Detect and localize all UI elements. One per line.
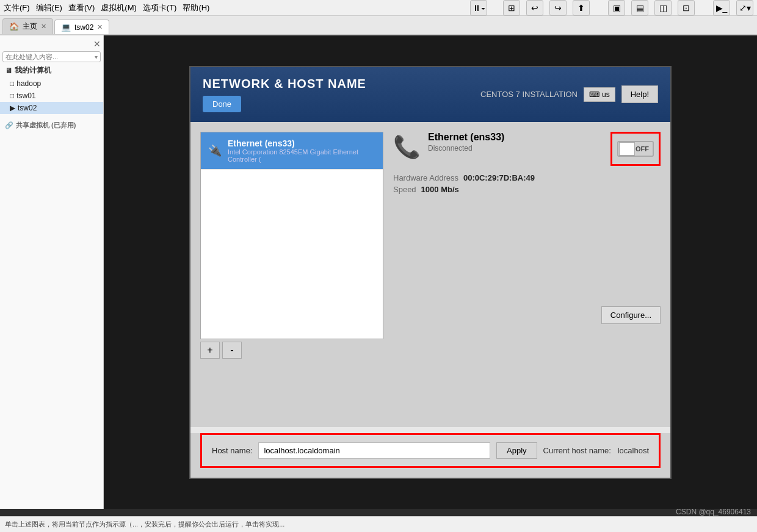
sidebar-item-tsw02[interactable]: ▶ tsw02 (0, 102, 103, 114)
sidebar-search-box[interactable]: ▾ (2, 51, 101, 62)
network-item-info: Ethernet (ens33) Intel Corporation 82545… (228, 138, 375, 163)
toggle-box: OFF (610, 132, 661, 166)
tab-tsw02[interactable]: 💻 tsw02 ✕ (54, 20, 109, 34)
sidebar: ✕ ▾ 🖥 我的计算机 □ hadoop □ tsw01 ▶ tsw02 🔗 共… (0, 35, 104, 509)
tsw01-icon: □ (10, 92, 14, 100)
add-network-button[interactable]: + (200, 342, 220, 359)
sidebar-item-hadoop[interactable]: □ hadoop (0, 77, 103, 90)
fwd-button[interactable]: ↪ (549, 0, 567, 16)
sidebar-tsw01-label: tsw01 (16, 92, 35, 100)
current-hostname-value: localhost (618, 446, 649, 455)
sidebar-tsw02-label: tsw02 (18, 104, 37, 112)
hostname-label: Host name: (212, 446, 252, 455)
shared-label-text: 共享虚拟机 (已弃用) (16, 121, 76, 130)
network-item-icon: 🔌 (208, 144, 222, 157)
sidebar-close-button[interactable]: ✕ (93, 39, 101, 49)
hardware-address-value: 00:0C:29:7D:BA:49 (463, 173, 535, 182)
sidebar-shared-label: 🔗 共享虚拟机 (已弃用) (0, 119, 103, 132)
keyboard-lang: us (602, 90, 610, 99)
vm-window: NETWORK & HOST NAME Done CENTOS 7 INSTAL… (189, 66, 672, 479)
menu-tab[interactable]: 选项卡(T) (143, 2, 177, 13)
bottom-bar-text: 单击上述图表，将用当前节点作为指示源（...，安装完后，提醒你公会出后运行，单击… (5, 520, 752, 529)
speed-label: Speed (393, 185, 416, 194)
current-hostname-area: Current host name: localhost (543, 446, 649, 455)
network-list-controls: + - (200, 342, 383, 359)
vm-network-title: NETWORK & HOST NAME (203, 77, 366, 91)
back-button[interactable]: ↩ (526, 0, 543, 16)
layout2-button[interactable]: ▤ (631, 0, 648, 16)
screen-button[interactable]: ⊞ (503, 0, 520, 16)
upload-button[interactable]: ⬆ (573, 0, 590, 16)
menu-help[interactable]: 帮助(H) (183, 2, 209, 13)
hostname-input[interactable] (258, 442, 490, 459)
done-button[interactable]: Done (203, 96, 241, 112)
terminal-button[interactable]: ▶_ (713, 0, 730, 16)
detail-top-row: 📞 Ethernet (ens33) Disconnected OFF (393, 132, 661, 166)
menu-vm[interactable]: 虚拟机(M) (101, 2, 137, 13)
menu-file[interactable]: 文件(F) (4, 2, 30, 13)
toggle-thumb (619, 142, 635, 156)
hostname-section: Host name: Apply Current host name: loca… (200, 433, 661, 468)
tab-home[interactable]: 🏠 主页 ✕ (2, 18, 53, 34)
apply-button[interactable]: Apply (496, 442, 537, 459)
menu-view[interactable]: 查看(V) (68, 2, 95, 13)
configure-button[interactable]: Configure... (601, 306, 661, 324)
speed-row: Speed 1000 Mb/s (393, 185, 661, 194)
tab-tsw02-label: tsw02 (74, 23, 93, 32)
ethernet-icon: 📞 (393, 134, 421, 160)
my-computer-icon: 🖥 (5, 66, 12, 75)
vm-body: 🔌 Ethernet (ens33) Intel Corporation 825… (190, 122, 670, 427)
layout3-button[interactable]: ◫ (654, 0, 672, 16)
ethernet-detail-name: Ethernet (ens33) (428, 132, 504, 143)
vm-header-left: NETWORK & HOST NAME Done (203, 77, 366, 112)
content-area: NETWORK & HOST NAME Done CENTOS 7 INSTAL… (104, 35, 757, 509)
keyboard-button[interactable]: ⌨ us (584, 87, 615, 102)
ethernet-info: Hardware Address 00:0C:29:7D:BA:49 Speed… (393, 173, 661, 194)
shared-icon: 🔗 (5, 121, 13, 129)
keyboard-icon: ⌨ (589, 90, 599, 99)
tab-bar: 🏠 主页 ✕ 💻 tsw02 ✕ (0, 16, 757, 35)
expand-button[interactable]: ⤢▾ (736, 0, 753, 16)
remove-network-button[interactable]: - (222, 342, 242, 359)
ethernet-detail: 📞 Ethernet (ens33) Disconnected (393, 132, 504, 160)
network-list-panel: 🔌 Ethernet (ens33) Intel Corporation 825… (200, 132, 383, 417)
tab-tsw02-close[interactable]: ✕ (97, 23, 103, 31)
network-item-ens33[interactable]: 🔌 Ethernet (ens33) Intel Corporation 825… (201, 132, 383, 170)
hadoop-icon: □ (10, 79, 14, 88)
help-button[interactable]: Help! (621, 85, 658, 103)
sidebar-search-dropdown-icon[interactable]: ▾ (95, 54, 98, 60)
tsw02-icon: ▶ (10, 104, 15, 112)
centos-label: CENTOS 7 INSTALLATION (480, 90, 578, 99)
vm-header-right: CENTOS 7 INSTALLATION ⌨ us Help! (480, 85, 658, 103)
watermark: CSDN @qq_46906413 (676, 508, 751, 516)
vm-footer-area: Host name: Apply Current host name: loca… (190, 433, 670, 478)
vm-header: NETWORK & HOST NAME Done CENTOS 7 INSTAL… (190, 67, 670, 122)
hardware-address-label: Hardware Address (393, 173, 458, 182)
sidebar-search-input[interactable] (5, 53, 95, 60)
network-item-desc: Intel Corporation 82545EM Gigabit Ethern… (228, 148, 375, 163)
network-item-name: Ethernet (ens33) (228, 138, 375, 148)
menu-edit[interactable]: 编辑(E) (36, 2, 62, 13)
tab-home-label: 主页 (23, 21, 37, 32)
current-hostname-label: Current host name: (543, 446, 611, 455)
main-layout: ✕ ▾ 🖥 我的计算机 □ hadoop □ tsw01 ▶ tsw02 🔗 共… (0, 35, 757, 509)
network-detail-panel: 📞 Ethernet (ens33) Disconnected OFF (393, 132, 661, 417)
network-list: 🔌 Ethernet (ens33) Intel Corporation 825… (200, 132, 383, 339)
sidebar-close-area: ✕ (0, 38, 103, 50)
ethernet-detail-status: Disconnected (428, 144, 504, 153)
sidebar-hadoop-label: hadoop (16, 79, 41, 88)
my-computer-label: 我的计算机 (15, 65, 51, 76)
layout1-button[interactable]: ▣ (608, 0, 625, 16)
bottom-bar: 单击上述图表，将用当前节点作为指示源（...，安装完后，提醒你公会出后运行，单击… (0, 516, 757, 532)
layout4-button[interactable]: ⊡ (678, 0, 695, 16)
ethernet-toggle[interactable]: OFF (617, 141, 654, 157)
hardware-address-row: Hardware Address 00:0C:29:7D:BA:49 (393, 173, 661, 182)
sidebar-item-tsw01[interactable]: □ tsw01 (0, 90, 103, 102)
speed-value: 1000 Mb/s (421, 185, 459, 194)
pause-button[interactable]: ⏸▾ (470, 0, 487, 16)
sidebar-my-computer[interactable]: 🖥 我的计算机 (0, 63, 103, 77)
tab-home-close[interactable]: ✕ (41, 23, 46, 31)
menu-bar: 文件(F) 编辑(E) 查看(V) 虚拟机(M) 选项卡(T) 帮助(H) ⏸▾… (0, 0, 757, 16)
home-tab-icon: 🏠 (9, 22, 19, 31)
toggle-off-label: OFF (636, 145, 649, 153)
